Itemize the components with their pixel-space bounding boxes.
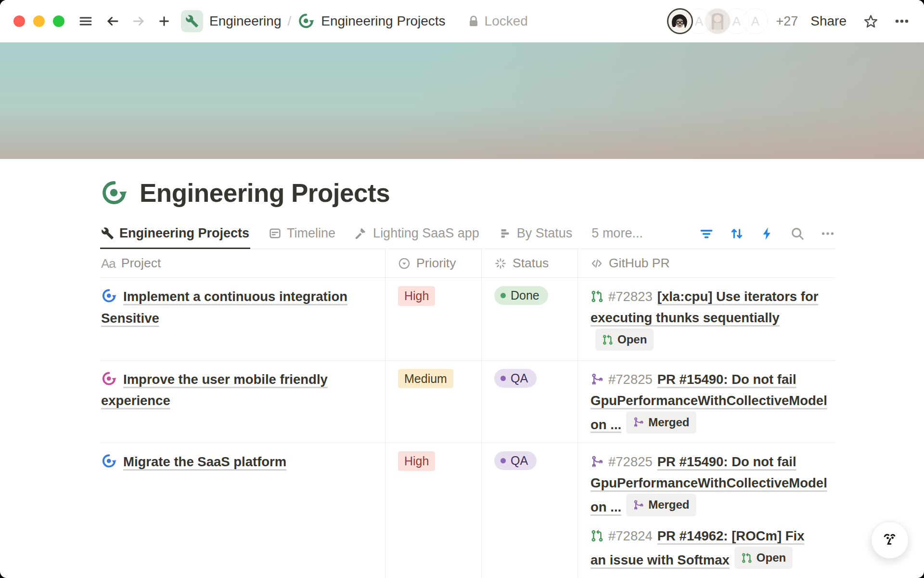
pr-state-badge[interactable]: Open bbox=[734, 547, 793, 569]
table-row: Migrate the SaaS platformHighQA#72825PR … bbox=[100, 443, 835, 578]
priority-cell[interactable]: High bbox=[385, 278, 481, 360]
more-dots-icon bbox=[894, 13, 910, 29]
status-tag[interactable]: QA bbox=[494, 369, 537, 388]
notion-ai-button[interactable] bbox=[871, 521, 909, 559]
column-header-github-pr[interactable]: GitHub PR bbox=[578, 249, 835, 277]
priority-cell[interactable]: Medium bbox=[385, 361, 481, 443]
tab-lighting-saas-app[interactable]: Lighting SaaS app bbox=[354, 226, 480, 249]
pr-state-label: Merged bbox=[648, 413, 689, 432]
pr-entry: #72824PR #14962: [ROCm] Fix an issue wit… bbox=[590, 525, 822, 571]
pr-state-badge[interactable]: Open bbox=[595, 328, 654, 351]
breadcrumb-parent[interactable]: Engineering bbox=[209, 13, 281, 29]
column-label: Project bbox=[121, 256, 161, 271]
avatar-stack: AAA bbox=[667, 8, 768, 34]
priority-tag[interactable]: High bbox=[398, 286, 435, 306]
page-options-button[interactable] bbox=[894, 13, 910, 29]
github-pr-cell: #72825PR #15490: Do not fail GpuPerforma… bbox=[578, 361, 835, 443]
zoom-window-button[interactable] bbox=[53, 15, 64, 27]
close-window-button[interactable] bbox=[13, 15, 25, 27]
tab-by-status[interactable]: By Status bbox=[498, 226, 574, 249]
avatar-overflow-count[interactable]: +27 bbox=[776, 14, 798, 29]
view-controls bbox=[699, 226, 835, 249]
back-button[interactable] bbox=[105, 13, 120, 29]
status-label: QA bbox=[511, 371, 528, 385]
tab-label: Timeline bbox=[287, 226, 335, 241]
git-merge-icon bbox=[590, 453, 603, 466]
pr-number: #72825 bbox=[608, 372, 653, 387]
status-label: Done bbox=[511, 289, 539, 302]
priority-cell[interactable]: High bbox=[385, 443, 481, 578]
status-cell[interactable]: QA bbox=[481, 361, 578, 443]
locked-indicator[interactable]: Locked bbox=[468, 13, 528, 29]
wrench-icon bbox=[101, 227, 114, 240]
cycle-icon bbox=[297, 13, 315, 30]
tab-label: Lighting SaaS app bbox=[373, 226, 479, 241]
git-merge-icon bbox=[633, 417, 644, 428]
search-view-button[interactable] bbox=[790, 226, 805, 241]
tab-engineering-projects[interactable]: Engineering Projects bbox=[100, 226, 250, 249]
back-arrow-icon bbox=[105, 13, 120, 29]
priority-tag[interactable]: Medium bbox=[398, 369, 453, 389]
share-button[interactable]: Share bbox=[810, 13, 847, 29]
locked-label: Locked bbox=[485, 13, 528, 29]
database-table: AaProjectPriorityStatusGitHub PR Impleme… bbox=[100, 249, 835, 578]
page-title[interactable]: Engineering Projects bbox=[140, 178, 390, 208]
filter-view-button[interactable] bbox=[699, 226, 714, 241]
status-cell[interactable]: QA bbox=[481, 443, 578, 578]
breadcrumb-separator: / bbox=[287, 13, 291, 29]
sidebar-menu-button[interactable] bbox=[78, 13, 93, 29]
project-link[interactable]: Migrate the SaaS platform bbox=[123, 454, 286, 469]
status-tag[interactable]: Done bbox=[494, 286, 548, 305]
project-cell: Migrate the SaaS platform bbox=[100, 443, 385, 578]
pr-entry: #72823[xla:cpu] Use iterators for execut… bbox=[590, 286, 822, 353]
project-cell: Improve the user mobile friendly experie… bbox=[100, 361, 385, 443]
toolbar: Engineering / Engineering Projects Locke… bbox=[0, 0, 924, 42]
status-cell[interactable]: Done bbox=[481, 278, 578, 360]
pr-state-badge[interactable]: Merged bbox=[626, 411, 696, 434]
pr-entry: #72825PR #15490: Do not fail GpuPerforma… bbox=[590, 369, 822, 435]
sort-view-button[interactable] bbox=[730, 226, 744, 241]
new-tab-button[interactable] bbox=[157, 14, 171, 28]
minimize-window-button[interactable] bbox=[33, 15, 45, 27]
table-header-row: AaProjectPriorityStatusGitHub PR bbox=[100, 249, 835, 278]
column-header-priority[interactable]: Priority bbox=[385, 249, 481, 277]
notion-window: Engineering / Engineering Projects Locke… bbox=[0, 0, 924, 578]
forward-arrow-icon bbox=[131, 13, 146, 29]
tab-timeline[interactable]: Timeline bbox=[268, 226, 336, 249]
column-header-project[interactable]: AaProject bbox=[100, 249, 385, 277]
column-header-status[interactable]: Status bbox=[481, 249, 578, 277]
cycle-icon bbox=[101, 371, 117, 387]
search-icon bbox=[790, 226, 805, 241]
table-row: Improve the user mobile friendly experie… bbox=[100, 361, 835, 444]
tab-label: 5 more... bbox=[591, 226, 643, 241]
project-link[interactable]: Improve the user mobile friendly experie… bbox=[101, 372, 328, 408]
tab-5-more[interactable]: 5 more... bbox=[590, 226, 644, 249]
breadcrumb-parent-icon-badge[interactable] bbox=[181, 10, 203, 32]
favorite-button[interactable] bbox=[863, 13, 879, 29]
bar-chart-icon bbox=[499, 227, 512, 240]
code-property-icon bbox=[590, 257, 603, 270]
git-merge-icon bbox=[590, 371, 603, 384]
toolbar-right: AAA +27 Share bbox=[667, 8, 910, 34]
hamburger-icon bbox=[78, 13, 93, 29]
more-view-button[interactable] bbox=[821, 226, 835, 241]
table-row: Implement a continuous integration Sensi… bbox=[100, 278, 835, 361]
column-label: GitHub PR bbox=[609, 256, 670, 271]
hammer-icon bbox=[355, 227, 368, 240]
forward-button[interactable] bbox=[131, 13, 146, 29]
zap-view-button[interactable] bbox=[760, 226, 774, 241]
star-icon bbox=[863, 13, 879, 29]
column-label: Priority bbox=[416, 256, 456, 271]
page-icon-cycle[interactable] bbox=[100, 179, 128, 207]
pr-entry: #72825PR #15490: Do not fail GpuPerforma… bbox=[590, 451, 822, 518]
status-property-icon bbox=[494, 257, 507, 270]
pr-number: #72825 bbox=[608, 454, 653, 469]
pr-state-badge[interactable]: Merged bbox=[626, 494, 696, 516]
breadcrumb-current[interactable]: Engineering Projects bbox=[321, 13, 445, 29]
github-pr-cell: #72825PR #15490: Do not fail GpuPerforma… bbox=[578, 443, 835, 578]
select-property-icon bbox=[398, 257, 411, 270]
priority-tag[interactable]: High bbox=[398, 451, 435, 471]
status-tag[interactable]: QA bbox=[494, 451, 537, 470]
project-link[interactable]: Implement a continuous integration Sensi… bbox=[101, 289, 347, 326]
cover-image bbox=[0, 42, 924, 159]
